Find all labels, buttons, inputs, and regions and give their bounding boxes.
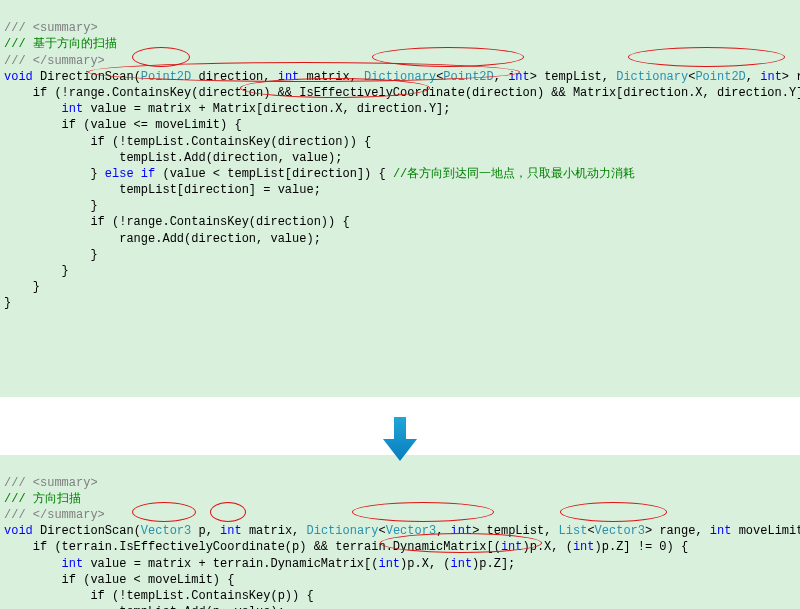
code-line: )p.X, ( <box>523 540 573 554</box>
kw-void: void <box>4 70 33 84</box>
kw-int: int <box>451 557 473 571</box>
type-dictionary: Dictionary <box>307 524 379 538</box>
code-block-bottom: /// <summary> /// 方向扫描 /// </summary> vo… <box>0 455 800 610</box>
code-line: } <box>4 280 40 294</box>
highlight-ellipse <box>372 47 524 67</box>
code-line: tempList.Add(direction, value); <box>4 151 342 165</box>
code-line: if (!range.ContainsKey(direction) && <box>4 86 299 100</box>
param: direction, <box>191 70 277 84</box>
kw-int: int <box>220 524 242 538</box>
param: p, <box>191 524 220 538</box>
kw-void: void <box>4 524 33 538</box>
fn-name: DirectionScan <box>40 70 134 84</box>
param: ran <box>789 70 800 84</box>
code-line: if (!tempList.ContainsKey(direction)) { <box>4 135 371 149</box>
code-line: )p.X, ( <box>400 557 450 571</box>
code-line: tempList[direction] = value; <box>4 183 321 197</box>
code-line: )p.Z]; <box>472 557 515 571</box>
indent <box>4 102 62 116</box>
gt: > <box>782 70 789 84</box>
param: matrix, <box>242 524 307 538</box>
kw-else: else <box>105 167 134 181</box>
code-line: if (value <= moveLimit) { <box>4 118 242 132</box>
code-line: value = matrix + terrain.DynamicMatrix[( <box>83 557 378 571</box>
param: range, <box>652 524 710 538</box>
code-line: } <box>4 264 69 278</box>
highlight-ellipse <box>132 47 190 67</box>
indent <box>4 557 62 571</box>
code-line: IsEffectivelyCoordinate <box>299 86 465 100</box>
sp <box>33 524 40 538</box>
kw-int: int <box>451 524 473 538</box>
code-line: } <box>4 199 98 213</box>
fn-name <box>33 70 40 84</box>
code-line: ]; <box>436 102 450 116</box>
type-vector3: Vector3 <box>141 524 191 538</box>
type-point2d: Point2D <box>443 70 493 84</box>
param: tempList, <box>537 70 616 84</box>
code-line: if (!range.ContainsKey(direction)) { <box>4 215 350 229</box>
kw-int: int <box>378 557 400 571</box>
kw-int: int <box>573 540 595 554</box>
kw-int: int <box>760 70 782 84</box>
highlight-ellipse <box>628 47 785 67</box>
gt: > <box>530 70 537 84</box>
type-point2d: Point2D <box>695 70 745 84</box>
code-line: } <box>4 248 98 262</box>
highlight-ellipse <box>210 502 246 522</box>
fn-name: DirectionScan <box>40 524 134 538</box>
highlight-ellipse <box>132 502 196 522</box>
code-line: (direction) && Matrix[direction.X, direc… <box>465 86 800 100</box>
lt: < <box>379 524 386 538</box>
kw-int: int <box>278 70 300 84</box>
code-line: if (value < moveLimit) { <box>4 573 234 587</box>
code-line: (value < tempList[direction]) { <box>155 167 393 181</box>
code-line: } <box>4 167 105 181</box>
param: matrix, <box>299 70 364 84</box>
comma: , <box>746 70 760 84</box>
code-line: direction.X, direction.Y <box>263 102 436 116</box>
xml-comment-end: /// </summary> <box>4 508 105 522</box>
code-line: if (terrain.IsEffectivelyCoordinate(p) &… <box>4 540 501 554</box>
paren: ( <box>134 70 141 84</box>
lt: < <box>587 524 594 538</box>
arrow-down-icon <box>0 419 800 459</box>
comma: , <box>494 70 508 84</box>
highlight-ellipse <box>352 502 494 522</box>
type-vector3: Vector3 <box>386 524 436 538</box>
xml-comment: /// <summary> <box>4 476 98 490</box>
type-dictionary: Dictionary <box>616 70 688 84</box>
code-line: if (!tempList.ContainsKey(p)) { <box>4 589 314 603</box>
kw-int: int <box>62 557 84 571</box>
code-line: )p.Z] != 0) { <box>595 540 689 554</box>
kw-if: if <box>141 167 155 181</box>
param: tempList, <box>479 524 558 538</box>
xml-summary: /// 方向扫描 <box>4 492 81 506</box>
xml-comment-end: /// </summary> <box>4 54 105 68</box>
type-vector3: Vector3 <box>595 524 645 538</box>
comma: , <box>436 524 450 538</box>
xml-comment: /// <summary> <box>4 21 98 35</box>
paren: ( <box>134 524 141 538</box>
highlight-ellipse <box>560 502 667 522</box>
code-line: range.Add(direction, value); <box>4 232 321 246</box>
code-line: value = matrix + Matrix[ <box>83 102 263 116</box>
param: moveLimit) <box>731 524 800 538</box>
xml-summary: /// 基于方向的扫描 <box>4 37 117 51</box>
type-list: List <box>559 524 588 538</box>
type-dictionary: Dictionary <box>364 70 436 84</box>
code-block-top: /// <summary> /// 基于方向的扫描 /// </summary>… <box>0 0 800 397</box>
kw-int: int <box>710 524 732 538</box>
kw-int: int <box>501 540 523 554</box>
inline-comment: //各方向到达同一地点，只取最小机动力消耗 <box>393 167 635 181</box>
sp <box>134 167 141 181</box>
code-line: } <box>4 296 11 310</box>
kw-int: int <box>62 102 84 116</box>
kw-int: int <box>508 70 530 84</box>
type-point2d: Point2D <box>141 70 191 84</box>
code-line: tempList.Add(p, value); <box>4 605 285 609</box>
